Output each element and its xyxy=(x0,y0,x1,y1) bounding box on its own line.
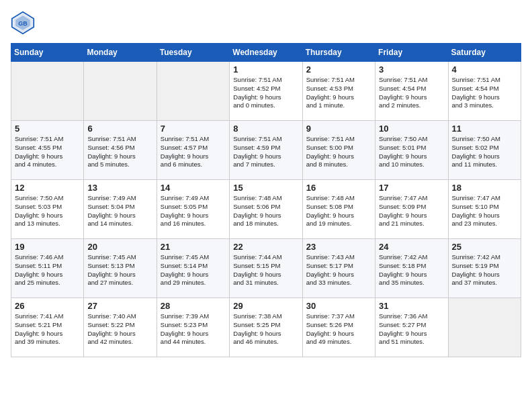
day-info: Sunrise: 7:50 AM Sunset: 5:02 PM Dayligh… xyxy=(452,135,517,169)
calendar-cell: 13Sunrise: 7:49 AM Sunset: 5:04 PM Dayli… xyxy=(84,180,157,239)
day-header-sunday: Sunday xyxy=(11,44,84,62)
calendar-cell: 15Sunrise: 7:48 AM Sunset: 5:06 PM Dayli… xyxy=(230,180,302,239)
day-header-monday: Monday xyxy=(84,44,157,62)
day-number: 4 xyxy=(452,64,517,75)
calendar-cell: 19Sunrise: 7:46 AM Sunset: 5:11 PM Dayli… xyxy=(11,239,84,298)
day-info: Sunrise: 7:36 AM Sunset: 5:27 PM Dayligh… xyxy=(379,312,444,347)
day-info: Sunrise: 7:48 AM Sunset: 5:06 PM Dayligh… xyxy=(233,194,298,228)
day-number: 22 xyxy=(233,242,298,252)
day-info: Sunrise: 7:37 AM Sunset: 5:26 PM Dayligh… xyxy=(306,312,371,347)
day-number: 21 xyxy=(161,242,226,252)
calendar-cell: 21Sunrise: 7:45 AM Sunset: 5:14 PM Dayli… xyxy=(157,239,229,298)
day-info: Sunrise: 7:42 AM Sunset: 5:18 PM Dayligh… xyxy=(379,253,444,287)
logo: GB xyxy=(11,11,39,35)
day-number: 14 xyxy=(161,183,226,193)
day-number: 12 xyxy=(15,183,80,193)
day-number: 2 xyxy=(306,64,371,75)
day-number: 18 xyxy=(452,183,517,193)
day-info: Sunrise: 7:47 AM Sunset: 5:09 PM Dayligh… xyxy=(379,194,444,228)
svg-text:GB: GB xyxy=(18,20,28,27)
calendar-cell xyxy=(11,62,84,121)
day-number: 11 xyxy=(452,124,517,134)
calendar-cell: 16Sunrise: 7:48 AM Sunset: 5:08 PM Dayli… xyxy=(302,180,375,239)
day-number: 27 xyxy=(87,301,152,311)
calendar-cell: 31Sunrise: 7:36 AM Sunset: 5:27 PM Dayli… xyxy=(375,298,448,357)
calendar-cell: 20Sunrise: 7:45 AM Sunset: 5:13 PM Dayli… xyxy=(84,239,157,298)
day-number: 6 xyxy=(87,124,152,134)
calendar-cell: 28Sunrise: 7:39 AM Sunset: 5:23 PM Dayli… xyxy=(157,298,229,357)
day-number: 25 xyxy=(452,242,517,252)
calendar-table: SundayMondayTuesdayWednesdayThursdayFrid… xyxy=(11,43,521,357)
day-number: 30 xyxy=(306,301,371,311)
day-number: 7 xyxy=(161,124,226,134)
day-info: Sunrise: 7:43 AM Sunset: 5:17 PM Dayligh… xyxy=(306,253,371,287)
day-header-thursday: Thursday xyxy=(302,44,375,62)
calendar-cell: 12Sunrise: 7:50 AM Sunset: 5:03 PM Dayli… xyxy=(11,180,84,239)
day-number: 10 xyxy=(379,124,444,134)
day-number: 26 xyxy=(15,301,80,311)
day-info: Sunrise: 7:45 AM Sunset: 5:14 PM Dayligh… xyxy=(161,253,226,287)
day-info: Sunrise: 7:50 AM Sunset: 5:03 PM Dayligh… xyxy=(15,194,80,228)
day-info: Sunrise: 7:39 AM Sunset: 5:23 PM Dayligh… xyxy=(161,312,226,347)
day-info: Sunrise: 7:51 AM Sunset: 5:00 PM Dayligh… xyxy=(306,135,371,169)
day-info: Sunrise: 7:51 AM Sunset: 4:54 PM Dayligh… xyxy=(379,76,444,110)
day-info: Sunrise: 7:45 AM Sunset: 5:13 PM Dayligh… xyxy=(87,253,152,287)
calendar-cell: 30Sunrise: 7:37 AM Sunset: 5:26 PM Dayli… xyxy=(302,298,375,357)
day-info: Sunrise: 7:41 AM Sunset: 5:21 PM Dayligh… xyxy=(15,312,80,347)
calendar-cell: 2Sunrise: 7:51 AM Sunset: 4:53 PM Daylig… xyxy=(302,62,375,121)
day-number: 9 xyxy=(306,124,371,134)
day-info: Sunrise: 7:49 AM Sunset: 5:05 PM Dayligh… xyxy=(161,194,226,228)
week-row: 26Sunrise: 7:41 AM Sunset: 5:21 PM Dayli… xyxy=(11,298,521,357)
calendar-cell: 1Sunrise: 7:51 AM Sunset: 4:52 PM Daylig… xyxy=(230,62,302,121)
calendar-cell xyxy=(84,62,157,121)
calendar-cell: 9Sunrise: 7:51 AM Sunset: 5:00 PM Daylig… xyxy=(302,121,375,180)
calendar-cell: 7Sunrise: 7:51 AM Sunset: 4:57 PM Daylig… xyxy=(157,121,229,180)
day-number: 17 xyxy=(379,183,444,193)
day-info: Sunrise: 7:44 AM Sunset: 5:15 PM Dayligh… xyxy=(233,253,298,287)
day-header-tuesday: Tuesday xyxy=(157,44,229,62)
calendar-cell: 23Sunrise: 7:43 AM Sunset: 5:17 PM Dayli… xyxy=(302,239,375,298)
calendar-cell: 29Sunrise: 7:38 AM Sunset: 5:25 PM Dayli… xyxy=(230,298,302,357)
day-info: Sunrise: 7:40 AM Sunset: 5:22 PM Dayligh… xyxy=(87,312,152,347)
calendar-cell: 3Sunrise: 7:51 AM Sunset: 4:54 PM Daylig… xyxy=(375,62,448,121)
day-number: 19 xyxy=(15,242,80,252)
day-info: Sunrise: 7:49 AM Sunset: 5:04 PM Dayligh… xyxy=(87,194,152,228)
calendar-cell: 17Sunrise: 7:47 AM Sunset: 5:09 PM Dayli… xyxy=(375,180,448,239)
week-row: 19Sunrise: 7:46 AM Sunset: 5:11 PM Dayli… xyxy=(11,239,521,298)
calendar-cell: 6Sunrise: 7:51 AM Sunset: 4:56 PM Daylig… xyxy=(84,121,157,180)
day-number: 3 xyxy=(379,64,444,75)
day-header-saturday: Saturday xyxy=(448,44,521,62)
calendar-cell: 18Sunrise: 7:47 AM Sunset: 5:10 PM Dayli… xyxy=(448,180,521,239)
logo-icon: GB xyxy=(11,11,35,35)
day-info: Sunrise: 7:51 AM Sunset: 4:52 PM Dayligh… xyxy=(233,76,298,110)
day-header-friday: Friday xyxy=(375,44,448,62)
week-row: 5Sunrise: 7:51 AM Sunset: 4:55 PM Daylig… xyxy=(11,121,521,180)
calendar-cell: 27Sunrise: 7:40 AM Sunset: 5:22 PM Dayli… xyxy=(84,298,157,357)
day-number: 15 xyxy=(233,183,298,193)
calendar-cell: 25Sunrise: 7:42 AM Sunset: 5:19 PM Dayli… xyxy=(448,239,521,298)
day-info: Sunrise: 7:46 AM Sunset: 5:11 PM Dayligh… xyxy=(15,253,80,287)
day-number: 23 xyxy=(306,242,371,252)
day-info: Sunrise: 7:47 AM Sunset: 5:10 PM Dayligh… xyxy=(452,194,517,228)
calendar-cell xyxy=(448,298,521,357)
day-info: Sunrise: 7:51 AM Sunset: 4:59 PM Dayligh… xyxy=(233,135,298,169)
calendar-header: SundayMondayTuesdayWednesdayThursdayFrid… xyxy=(11,44,521,62)
day-number: 29 xyxy=(233,301,298,311)
day-number: 1 xyxy=(233,64,298,75)
calendar-cell: 14Sunrise: 7:49 AM Sunset: 5:05 PM Dayli… xyxy=(157,180,229,239)
day-number: 20 xyxy=(87,242,152,252)
day-number: 28 xyxy=(161,301,226,311)
day-info: Sunrise: 7:51 AM Sunset: 4:54 PM Dayligh… xyxy=(452,76,517,110)
calendar-cell: 11Sunrise: 7:50 AM Sunset: 5:02 PM Dayli… xyxy=(448,121,521,180)
day-info: Sunrise: 7:51 AM Sunset: 4:55 PM Dayligh… xyxy=(15,135,80,169)
day-info: Sunrise: 7:51 AM Sunset: 4:53 PM Dayligh… xyxy=(306,76,371,110)
calendar-cell: 22Sunrise: 7:44 AM Sunset: 5:15 PM Dayli… xyxy=(230,239,302,298)
day-number: 31 xyxy=(379,301,444,311)
calendar-cell: 24Sunrise: 7:42 AM Sunset: 5:18 PM Dayli… xyxy=(375,239,448,298)
day-number: 13 xyxy=(87,183,152,193)
day-info: Sunrise: 7:50 AM Sunset: 5:01 PM Dayligh… xyxy=(379,135,444,169)
day-number: 5 xyxy=(15,124,80,134)
day-number: 16 xyxy=(306,183,371,193)
week-row: 1Sunrise: 7:51 AM Sunset: 4:52 PM Daylig… xyxy=(11,62,521,121)
calendar-cell: 5Sunrise: 7:51 AM Sunset: 4:55 PM Daylig… xyxy=(11,121,84,180)
